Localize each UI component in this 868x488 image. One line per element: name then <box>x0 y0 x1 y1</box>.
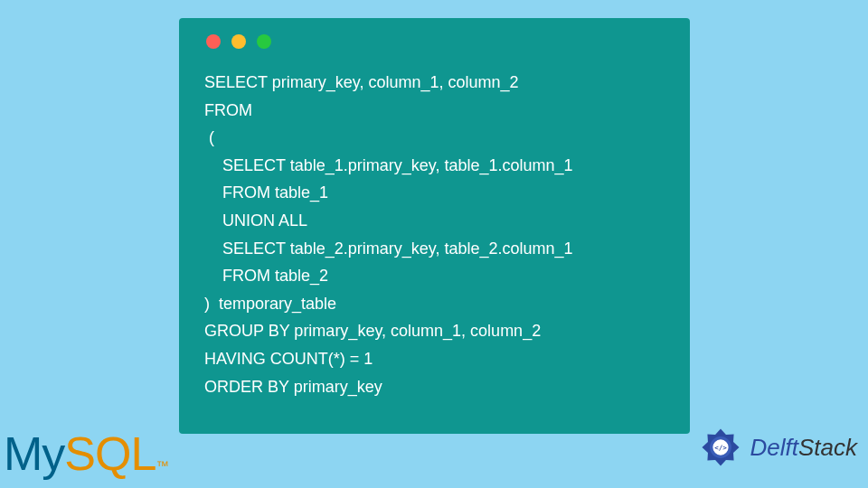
window-controls <box>206 34 672 49</box>
code-window: SELECT primary_key, column_1, column_2 F… <box>179 18 690 434</box>
code-line: UNION ALL <box>204 211 307 230</box>
delft-text: Delft <box>750 434 798 461</box>
stack-text: Stack <box>798 434 857 461</box>
delftstack-text: DelftStack <box>750 434 858 462</box>
code-line: SELECT primary_key, column_1, column_2 <box>204 73 518 91</box>
code-line: HAVING COUNT(*) = 1 <box>204 350 373 368</box>
code-line: FROM table_1 <box>204 183 328 202</box>
code-line: ( <box>204 128 214 146</box>
code-line: SELECT table_1.primary_key, table_1.colu… <box>204 156 573 174</box>
mysql-sql-text: SQL <box>64 427 156 480</box>
delftstack-badge-icon: </> <box>696 423 745 472</box>
mysql-tm-text: ™ <box>156 458 167 473</box>
delftstack-logo: </> DelftStack <box>696 423 858 472</box>
maximize-icon <box>257 34 271 49</box>
code-line: GROUP BY primary_key, column_1, column_2 <box>204 322 541 340</box>
code-line: FROM table_2 <box>204 267 328 285</box>
code-line: FROM <box>204 101 252 119</box>
code-content: SELECT primary_key, column_1, column_2 F… <box>197 69 672 400</box>
close-icon <box>206 34 221 49</box>
svg-text:</>: </> <box>714 444 727 452</box>
code-line: ) temporary_table <box>204 295 336 313</box>
code-line: ORDER BY primary_key <box>204 378 382 396</box>
minimize-icon <box>231 34 246 49</box>
code-line: SELECT table_2.primary_key, table_2.colu… <box>204 239 573 258</box>
mysql-logo: MySQL™ <box>4 427 167 481</box>
mysql-my-text: My <box>4 427 64 480</box>
